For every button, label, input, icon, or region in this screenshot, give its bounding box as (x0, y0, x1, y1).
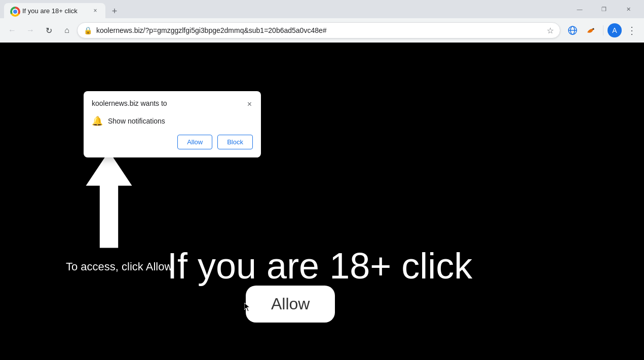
new-tab-button[interactable]: + (107, 4, 122, 18)
minimize-button[interactable]: — (568, 1, 591, 17)
menu-button[interactable]: ⋮ (624, 22, 640, 38)
extension-icon-1[interactable] (564, 22, 581, 38)
permission-text: Show notifications (108, 117, 165, 125)
home-button[interactable]: ⌂ (59, 22, 75, 38)
maximize-button[interactable]: ❐ (592, 1, 616, 17)
back-button[interactable]: ← (4, 22, 20, 38)
url-text: koolernews.biz/?p=gmzggzlfgi5gi3bpge2dmm… (96, 26, 543, 34)
page-headline: If you are 18+ click (167, 245, 472, 287)
arrow-up-icon (79, 149, 139, 250)
popup-block-button[interactable]: Block (217, 135, 253, 149)
bookmark-star-icon[interactable]: ☆ (547, 26, 554, 35)
notification-permission-popup: koolernews.biz wants to × 🔔 Show notific… (84, 91, 261, 157)
toolbar-actions: A ⋮ (564, 22, 640, 38)
extension-icon-2[interactable] (583, 22, 599, 38)
reload-button[interactable]: ↻ (41, 22, 57, 38)
popup-action-buttons: Allow Block (92, 135, 253, 149)
address-bar[interactable]: 🔒 koolernews.biz/?p=gmzggzlfgi5gi3bpge2d… (77, 22, 560, 38)
bell-icon: 🔔 (92, 115, 103, 127)
popup-permission-row: 🔔 Show notifications (92, 115, 253, 127)
arrow-up-container (79, 149, 139, 252)
tab-title: If you are 18+ click (22, 7, 87, 15)
tab-close-button[interactable]: × (91, 7, 99, 15)
browser-toolbar: ← → ↻ ⌂ 🔒 koolernews.biz/?p=gmzggzlfgi5g… (0, 18, 644, 43)
toolbar-divider (603, 25, 603, 35)
popup-close-button[interactable]: × (246, 99, 253, 109)
tab-favicon (10, 7, 18, 15)
active-tab[interactable]: If you are 18+ click × (4, 3, 105, 18)
svg-marker-4 (86, 151, 132, 248)
page-allow-button[interactable]: Allow (246, 286, 335, 323)
title-bar: If you are 18+ click × + — ❐ ✕ (0, 0, 644, 18)
page-subtext: To access, click Allow (66, 260, 172, 273)
lock-icon: 🔒 (84, 26, 92, 34)
profile-icon[interactable]: A (608, 23, 622, 37)
webpage-content: If you are 18+ click To access, click Al… (0, 43, 644, 360)
forward-button[interactable]: → (22, 22, 39, 38)
close-button[interactable]: ✕ (617, 1, 640, 17)
svg-point-3 (593, 28, 594, 30)
window-controls: — ❐ ✕ (568, 1, 640, 17)
popup-allow-button[interactable]: Allow (177, 135, 212, 149)
popup-header: koolernews.biz wants to × (92, 99, 253, 109)
tab-strip: If you are 18+ click × + (4, 0, 566, 18)
browser-window: If you are 18+ click × + — ❐ ✕ ← → ↻ ⌂ 🔒… (0, 0, 644, 360)
popup-title: koolernews.biz wants to (92, 99, 167, 107)
